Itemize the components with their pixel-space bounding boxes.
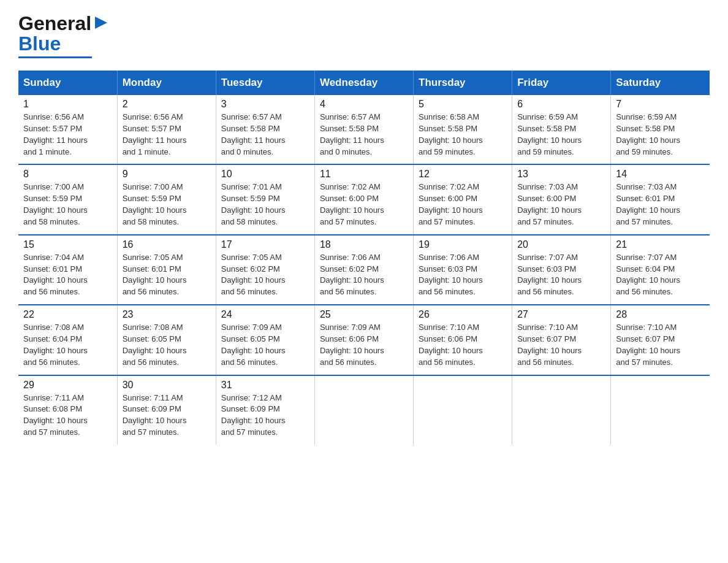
column-header-friday: Friday xyxy=(512,71,611,95)
calendar-cell: 14Sunrise: 7:03 AM Sunset: 6:01 PM Dayli… xyxy=(611,164,710,234)
calendar-cell: 29Sunrise: 7:11 AM Sunset: 6:08 PM Dayli… xyxy=(18,375,117,445)
day-info: Sunrise: 6:59 AM Sunset: 5:58 PM Dayligh… xyxy=(616,112,705,158)
calendar-cell: 1Sunrise: 6:56 AM Sunset: 5:57 PM Daylig… xyxy=(18,95,117,164)
calendar-cell xyxy=(314,375,413,445)
day-number: 1 xyxy=(23,99,112,110)
day-number: 25 xyxy=(320,309,408,320)
calendar-cell xyxy=(414,375,512,445)
day-number: 13 xyxy=(517,169,605,180)
calendar-week-row: 1Sunrise: 6:56 AM Sunset: 5:57 PM Daylig… xyxy=(18,95,710,164)
logo-general-text: General xyxy=(18,12,91,35)
day-info: Sunrise: 7:04 AM Sunset: 6:01 PM Dayligh… xyxy=(23,252,112,298)
calendar-cell: 20Sunrise: 7:07 AM Sunset: 6:03 PM Dayli… xyxy=(512,235,611,305)
day-number: 12 xyxy=(419,169,507,180)
logo-underline xyxy=(18,56,92,58)
calendar-week-row: 15Sunrise: 7:04 AM Sunset: 6:01 PM Dayli… xyxy=(18,235,710,305)
calendar-cell: 18Sunrise: 7:06 AM Sunset: 6:02 PM Dayli… xyxy=(314,235,413,305)
day-number: 26 xyxy=(419,309,507,320)
day-info: Sunrise: 7:03 AM Sunset: 6:01 PM Dayligh… xyxy=(616,182,705,228)
day-info: Sunrise: 7:06 AM Sunset: 6:02 PM Dayligh… xyxy=(320,252,408,298)
calendar-cell: 3Sunrise: 6:57 AM Sunset: 5:58 PM Daylig… xyxy=(216,95,314,164)
day-number: 28 xyxy=(616,309,705,320)
day-info: Sunrise: 7:03 AM Sunset: 6:00 PM Dayligh… xyxy=(517,182,605,228)
calendar-cell: 6Sunrise: 6:59 AM Sunset: 5:58 PM Daylig… xyxy=(512,95,611,164)
calendar-cell: 12Sunrise: 7:02 AM Sunset: 6:00 PM Dayli… xyxy=(414,164,512,234)
column-header-thursday: Thursday xyxy=(414,71,512,95)
day-info: Sunrise: 7:10 AM Sunset: 6:07 PM Dayligh… xyxy=(517,322,605,368)
day-info: Sunrise: 7:00 AM Sunset: 5:59 PM Dayligh… xyxy=(23,182,112,228)
svg-marker-0 xyxy=(95,17,107,29)
day-info: Sunrise: 6:56 AM Sunset: 5:57 PM Dayligh… xyxy=(123,112,211,158)
calendar-cell: 27Sunrise: 7:10 AM Sunset: 6:07 PM Dayli… xyxy=(512,305,611,375)
calendar-cell: 25Sunrise: 7:09 AM Sunset: 6:06 PM Dayli… xyxy=(314,305,413,375)
calendar-cell: 8Sunrise: 7:00 AM Sunset: 5:59 PM Daylig… xyxy=(18,164,117,234)
day-info: Sunrise: 7:09 AM Sunset: 6:05 PM Dayligh… xyxy=(221,322,309,368)
day-number: 30 xyxy=(123,380,211,391)
day-info: Sunrise: 7:05 AM Sunset: 6:02 PM Dayligh… xyxy=(221,252,309,298)
day-number: 17 xyxy=(221,239,309,250)
day-number: 18 xyxy=(320,239,408,250)
day-number: 9 xyxy=(123,169,211,180)
day-number: 20 xyxy=(517,239,605,250)
calendar-cell: 10Sunrise: 7:01 AM Sunset: 5:59 PM Dayli… xyxy=(216,164,314,234)
calendar-cell: 19Sunrise: 7:06 AM Sunset: 6:03 PM Dayli… xyxy=(414,235,512,305)
day-number: 19 xyxy=(419,239,507,250)
calendar-header-row: SundayMondayTuesdayWednesdayThursdayFrid… xyxy=(18,71,710,95)
day-number: 10 xyxy=(221,169,309,180)
calendar-cell: 17Sunrise: 7:05 AM Sunset: 6:02 PM Dayli… xyxy=(216,235,314,305)
calendar-cell: 11Sunrise: 7:02 AM Sunset: 6:00 PM Dayli… xyxy=(314,164,413,234)
day-number: 7 xyxy=(616,99,705,110)
day-number: 31 xyxy=(221,380,309,391)
day-number: 22 xyxy=(23,309,112,320)
day-number: 21 xyxy=(616,239,705,250)
calendar-cell xyxy=(611,375,710,445)
column-header-wednesday: Wednesday xyxy=(314,71,413,95)
day-info: Sunrise: 7:08 AM Sunset: 6:04 PM Dayligh… xyxy=(23,322,112,368)
calendar-cell: 22Sunrise: 7:08 AM Sunset: 6:04 PM Dayli… xyxy=(18,305,117,375)
day-info: Sunrise: 7:00 AM Sunset: 5:59 PM Dayligh… xyxy=(123,182,211,228)
calendar-cell: 26Sunrise: 7:10 AM Sunset: 6:06 PM Dayli… xyxy=(414,305,512,375)
day-info: Sunrise: 7:10 AM Sunset: 6:06 PM Dayligh… xyxy=(419,322,507,368)
day-info: Sunrise: 7:02 AM Sunset: 6:00 PM Dayligh… xyxy=(419,182,507,228)
calendar-cell: 4Sunrise: 6:57 AM Sunset: 5:58 PM Daylig… xyxy=(314,95,413,164)
day-number: 8 xyxy=(23,169,112,180)
calendar-cell: 5Sunrise: 6:58 AM Sunset: 5:58 PM Daylig… xyxy=(414,95,512,164)
calendar-cell: 9Sunrise: 7:00 AM Sunset: 5:59 PM Daylig… xyxy=(117,164,216,234)
calendar-cell: 23Sunrise: 7:08 AM Sunset: 6:05 PM Dayli… xyxy=(117,305,216,375)
day-info: Sunrise: 7:01 AM Sunset: 5:59 PM Dayligh… xyxy=(221,182,309,228)
day-info: Sunrise: 7:11 AM Sunset: 6:08 PM Dayligh… xyxy=(23,393,112,439)
day-info: Sunrise: 7:11 AM Sunset: 6:09 PM Dayligh… xyxy=(123,393,211,439)
day-info: Sunrise: 7:08 AM Sunset: 6:05 PM Dayligh… xyxy=(123,322,211,368)
calendar-cell: 31Sunrise: 7:12 AM Sunset: 6:09 PM Dayli… xyxy=(216,375,314,445)
day-number: 4 xyxy=(320,99,408,110)
calendar-cell: 13Sunrise: 7:03 AM Sunset: 6:00 PM Dayli… xyxy=(512,164,611,234)
day-number: 23 xyxy=(123,309,211,320)
calendar-cell: 16Sunrise: 7:05 AM Sunset: 6:01 PM Dayli… xyxy=(117,235,216,305)
calendar-cell: 30Sunrise: 7:11 AM Sunset: 6:09 PM Dayli… xyxy=(117,375,216,445)
day-number: 24 xyxy=(221,309,309,320)
day-info: Sunrise: 7:07 AM Sunset: 6:03 PM Dayligh… xyxy=(517,252,605,298)
day-number: 3 xyxy=(221,99,309,110)
day-info: Sunrise: 7:07 AM Sunset: 6:04 PM Dayligh… xyxy=(616,252,705,298)
day-info: Sunrise: 7:10 AM Sunset: 6:07 PM Dayligh… xyxy=(616,322,705,368)
day-info: Sunrise: 7:09 AM Sunset: 6:06 PM Dayligh… xyxy=(320,322,408,368)
calendar-cell: 2Sunrise: 6:56 AM Sunset: 5:57 PM Daylig… xyxy=(117,95,216,164)
calendar-cell xyxy=(512,375,611,445)
calendar-cell: 24Sunrise: 7:09 AM Sunset: 6:05 PM Dayli… xyxy=(216,305,314,375)
day-number: 27 xyxy=(517,309,605,320)
day-number: 29 xyxy=(23,380,112,391)
day-number: 16 xyxy=(123,239,211,250)
calendar-cell: 15Sunrise: 7:04 AM Sunset: 6:01 PM Dayli… xyxy=(18,235,117,305)
day-info: Sunrise: 7:02 AM Sunset: 6:00 PM Dayligh… xyxy=(320,182,408,228)
day-number: 15 xyxy=(23,239,112,250)
calendar-week-row: 22Sunrise: 7:08 AM Sunset: 6:04 PM Dayli… xyxy=(18,305,710,375)
calendar-cell: 28Sunrise: 7:10 AM Sunset: 6:07 PM Dayli… xyxy=(611,305,710,375)
day-info: Sunrise: 6:57 AM Sunset: 5:58 PM Dayligh… xyxy=(221,112,309,158)
day-info: Sunrise: 6:56 AM Sunset: 5:57 PM Dayligh… xyxy=(23,112,112,158)
page-header: General Blue xyxy=(18,12,710,58)
day-info: Sunrise: 7:05 AM Sunset: 6:01 PM Dayligh… xyxy=(123,252,211,298)
column-header-saturday: Saturday xyxy=(611,71,710,95)
day-info: Sunrise: 7:12 AM Sunset: 6:09 PM Dayligh… xyxy=(221,393,309,439)
logo-triangle-icon xyxy=(93,14,110,31)
column-header-monday: Monday xyxy=(117,71,216,95)
